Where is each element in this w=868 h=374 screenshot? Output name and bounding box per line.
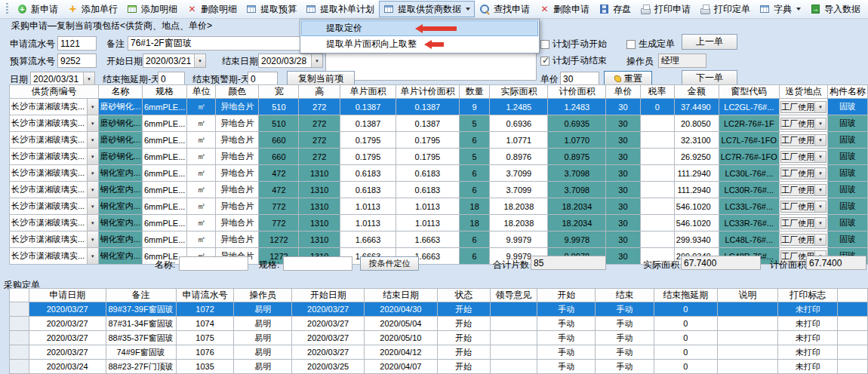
filter-spec-input[interactable]	[283, 256, 352, 271]
row-header[interactable]	[10, 317, 29, 331]
gen-order-checkbox[interactable]	[626, 40, 636, 49]
column-header[interactable]: 备注	[106, 289, 176, 302]
locate-button[interactable]: 按条件定位	[360, 256, 419, 271]
toolbar-button[interactable]: 提取预算	[242, 1, 301, 17]
toolbar-button[interactable]: 添加明细	[122, 1, 182, 17]
chevron-down-icon[interactable]: ▼	[311, 54, 322, 67]
column-header[interactable]: 状态	[437, 289, 490, 302]
column-header[interactable]: 申请流水号	[176, 289, 234, 302]
chevron-down-icon[interactable]: ▼	[814, 102, 826, 112]
chevron-down-icon[interactable]: ▼	[87, 149, 98, 164]
table-row[interactable]: 长沙市潇湘玻璃实...▼钢化室内...6mmPLE...㎡异地合片7721310…	[10, 215, 868, 231]
toolbar-button[interactable]: 存盘	[594, 1, 636, 17]
row-header[interactable]	[10, 360, 29, 374]
chevron-down-icon[interactable]: ▼	[814, 185, 826, 195]
table-row[interactable]: 长沙市潇湘玻璃实...▼钢化室内...6mmPLE...㎡异地合片4721310…	[10, 182, 868, 198]
column-header[interactable]: 高	[299, 85, 340, 99]
chevron-down-icon[interactable]: ▼	[814, 135, 826, 146]
chevron-down-icon[interactable]: ▼	[814, 201, 826, 212]
chevron-down-icon[interactable]	[796, 8, 801, 11]
toolbar-button[interactable]: 添加单行	[63, 1, 122, 17]
budget-serial-input[interactable]	[57, 54, 97, 68]
chevron-down-icon[interactable]: ▼	[87, 165, 98, 181]
toolbar-button[interactable]: 打印申请	[636, 1, 695, 17]
column-header[interactable]: 规格	[142, 85, 186, 99]
delivery-combo-cell[interactable]: 工厂使用▼	[779, 198, 827, 215]
column-header[interactable]: 税率	[640, 85, 674, 99]
table-row[interactable]: 长沙市潇湘玻璃实...▼磨砂钢化...6mmPLE...㎡异地合片6602720…	[10, 132, 868, 149]
column-header[interactable]: 申请日期	[29, 289, 106, 302]
column-header[interactable]: 计价面积	[548, 85, 606, 99]
menu-item[interactable]: 提取定价	[301, 20, 538, 36]
chevron-down-icon[interactable]: ▼	[87, 115, 98, 131]
table-row[interactable]: 长沙市潇湘玻璃实...▼钢化室内...6mmPLE...㎡异地合片4721310…	[10, 165, 868, 182]
column-header[interactable]: 实际面积	[490, 85, 548, 99]
toolbar-button[interactable]: 删除明细	[182, 1, 242, 17]
delivery-combo-cell[interactable]: 工厂使用▼	[779, 215, 827, 231]
serial-input[interactable]	[57, 36, 97, 51]
chevron-down-icon[interactable]: ▼	[87, 231, 98, 247]
row-header[interactable]	[10, 302, 29, 317]
delivery-combo-cell[interactable]: 工厂使用▼	[779, 132, 827, 149]
chevron-down-icon[interactable]: ▼	[83, 72, 94, 85]
chevron-down-icon[interactable]: ▼	[814, 118, 826, 129]
column-header[interactable]: 窗型代码	[719, 85, 779, 99]
chevron-down-icon[interactable]: ▼	[814, 168, 826, 179]
column-header[interactable]: 单位	[187, 85, 216, 99]
supplier-combo-cell[interactable]: 长沙市潇湘玻璃实...▼	[10, 198, 99, 215]
column-header[interactable]: 领导意见	[490, 289, 537, 302]
table-row[interactable]: 2020/03/2488#23-27F门顶玻1035易明2020/03/2520…	[10, 360, 868, 374]
column-header[interactable]: 打印标志	[778, 289, 838, 302]
supplier-combo-cell[interactable]: 长沙市潇湘玻璃实...▼	[10, 215, 99, 231]
prev-order-button[interactable]: 上一单	[682, 34, 737, 50]
supplier-combo-cell[interactable]: 长沙市潇湘玻璃实...▼	[10, 132, 99, 149]
table-row[interactable]: 长沙市潇湘玻璃实...▼磨砂钢化...6mmPLE...㎡异地合片5102720…	[10, 115, 868, 132]
row-header[interactable]	[10, 331, 29, 345]
manual-end-checkbox[interactable]	[540, 57, 549, 66]
delivery-combo-cell[interactable]: 工厂使用▼	[779, 99, 827, 115]
toolbar-button[interactable]: 查找申请	[475, 1, 534, 17]
toolbar-button[interactable]: 提取供货商数据	[379, 1, 475, 17]
column-header[interactable]: 送货地点	[779, 85, 827, 99]
row-header[interactable]	[10, 345, 29, 360]
column-header[interactable]: 单片面积	[340, 85, 396, 99]
column-header[interactable]: 开始	[537, 289, 596, 302]
remark-input[interactable]	[128, 36, 310, 51]
column-header[interactable]: 结束拖延期	[654, 289, 717, 302]
table-row[interactable]: 2020/03/2788#35-37F窗固玻1075易明2020/03/2720…	[10, 331, 868, 345]
delivery-combo-cell[interactable]: 工厂使用▼	[779, 115, 827, 132]
supplier-combo-cell[interactable]: 长沙市潇湘玻璃实...▼	[10, 165, 99, 182]
chevron-down-icon[interactable]: ▼	[814, 218, 826, 228]
chevron-down-icon[interactable]: ▼	[814, 152, 826, 162]
supplier-combo-cell[interactable]: 长沙市潇湘玻璃实...▼	[10, 231, 99, 248]
start-date-select[interactable]: 2020/03/21▼	[143, 54, 206, 68]
menu-item[interactable]: 提取单片面积向上取整	[301, 36, 538, 52]
delivery-combo-cell[interactable]: 工厂使用▼	[779, 182, 827, 198]
column-header[interactable]: 操作员	[234, 289, 292, 302]
filter-name-input[interactable]	[179, 256, 248, 271]
table-row[interactable]: 长沙市潇湘玻璃实...▼钢化室内...6mmPLE...㎡异地合片1272131…	[10, 231, 868, 248]
toolbar-button[interactable]: 提取补单计划	[301, 1, 379, 17]
table-row[interactable]: 长沙市潇湘玻璃实...▼磨砂钢化...6mmPLE...㎡异地合片6602720…	[10, 149, 868, 165]
table-row[interactable]: 2020/03/2774#9F窗固玻1076易明2020/03/272020/0…	[10, 345, 868, 360]
column-header[interactable]: 构件名称	[827, 85, 867, 99]
supplier-combo-cell[interactable]: 长沙市潇湘玻璃实...▼	[10, 182, 99, 198]
column-header[interactable]: 名称	[98, 85, 142, 99]
column-header[interactable]: 开始日期	[292, 289, 365, 302]
toolbar-button[interactable]: 删除申请	[534, 1, 594, 17]
table-row[interactable]: 长沙市潇湘玻璃实...▼磨砂钢化...6mmPLE...㎡异地合片5102720…	[10, 99, 868, 115]
column-header[interactable]: 单片计价面积	[396, 85, 459, 99]
column-header[interactable]: 结束	[596, 289, 654, 302]
column-header[interactable]: 金额	[674, 85, 719, 99]
chevron-down-icon[interactable]: ▼	[87, 132, 98, 148]
delivery-combo-cell[interactable]: 工厂使用▼	[779, 149, 827, 165]
column-header[interactable]: 数量	[459, 85, 490, 99]
column-header[interactable]: 供货商编号	[10, 85, 99, 99]
chevron-down-icon[interactable]: ▼	[194, 54, 205, 67]
column-header[interactable]: 颜色	[215, 85, 259, 99]
toolbar-button[interactable]: 打印定单	[695, 1, 755, 17]
chevron-down-icon[interactable]: ▼	[87, 215, 98, 231]
chevron-down-icon[interactable]: ▼	[87, 99, 98, 115]
column-header[interactable]: 说明	[717, 289, 778, 302]
toolbar-button[interactable]: 字典	[755, 1, 805, 17]
